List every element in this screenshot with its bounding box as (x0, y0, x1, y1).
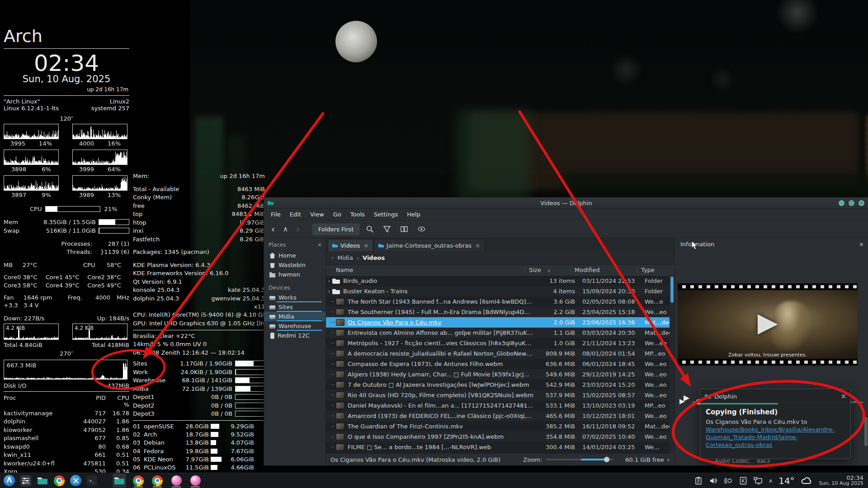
tab-close-icon[interactable]: × (475, 242, 480, 249)
menu-settings[interactable]: Settings (370, 210, 402, 219)
file-row[interactable]: The North Star (1943 Banned f...na Andre… (326, 296, 675, 307)
close-button[interactable]: × (859, 200, 864, 206)
filmstrip-top (678, 283, 858, 290)
file-row[interactable]: Daniel Mayakovski - En el film...an a...… (326, 400, 675, 411)
maximize-button[interactable]: □ (849, 200, 854, 206)
forward-button[interactable]: › (293, 225, 302, 234)
display-tray-icon[interactable] (754, 476, 763, 485)
minimize-button[interactable]: – (839, 200, 844, 206)
file-row[interactable]: Algiers (1938) Hedy Lamarr, Char... □ Fu… (326, 369, 675, 380)
task-chrome[interactable] (132, 474, 145, 488)
up-button[interactable]: ∧ (280, 225, 291, 234)
column-size[interactable]: Size∨ (525, 267, 571, 273)
task-chrome[interactable] (151, 474, 164, 488)
menu-go[interactable]: Go (329, 210, 345, 219)
expander-icon[interactable]: › (326, 288, 332, 295)
tab-bar: Videos×Jaime-Cortesao_outras-obras× (326, 238, 675, 251)
mount-row: Depot30B / 0B (133, 410, 265, 417)
process-pid: 440027 (74, 418, 106, 425)
volume-tray-icon[interactable] (709, 476, 718, 485)
titlebar[interactable]: Videos — Dolphin – □ × (264, 197, 868, 209)
info-panel-scrollbar[interactable] (864, 417, 868, 446)
back-button[interactable]: ‹ (269, 225, 278, 234)
task-media-app[interactable] (189, 474, 202, 488)
menu-file[interactable]: File (267, 210, 285, 219)
column-headers: Name Size∨ Modified Type (326, 265, 675, 276)
place-item-hwmon[interactable]: hwmon (264, 270, 326, 279)
place-item-home[interactable]: Home (264, 251, 326, 260)
distro-row: 04Fedora19.8GiB7.67GiB (133, 448, 265, 455)
folders-first-button[interactable]: Folders First (312, 224, 359, 235)
menu-view[interactable]: View (306, 210, 328, 219)
free-space-chevron-icon[interactable]: ∨ (667, 457, 670, 462)
file-manager-launcher-icon[interactable] (37, 475, 48, 487)
weather-cloud-icon[interactable] (801, 476, 813, 485)
place-item-wastebin[interactable]: Wastebin (264, 260, 326, 270)
play-button-small[interactable]: ▶ (684, 393, 689, 402)
file-row[interactable]: ›Birds_audio13 items03/11/2024 22:53Fold… (326, 276, 675, 286)
file-row[interactable]: The Southerner (1945) – Full M...n-Era D… (326, 307, 675, 317)
system-settings-icon[interactable] (70, 475, 81, 486)
file-list-scrollbar[interactable] (670, 275, 675, 454)
information-close-icon[interactable]: × (859, 241, 864, 248)
menu-tools[interactable]: Tools (346, 210, 369, 219)
notification-popup: Dolphin × Copying (Finished) Os Ciganos … (700, 389, 851, 459)
column-type[interactable]: Type (637, 267, 675, 273)
notification-close-icon[interactable]: × (840, 392, 846, 400)
audio-mixer-icon[interactable] (20, 475, 32, 487)
video-preview-thumbnail[interactable]: ▶ Zobar voltou, trouxe presentes. (678, 283, 858, 366)
chrome-launcher-icon[interactable] (54, 475, 65, 486)
zoom-slider[interactable] (546, 459, 613, 460)
file-row[interactable]: Rio 40 Graus (HD 720p, Filme completo) [… (326, 390, 675, 400)
folder-icon (332, 244, 338, 248)
tray-expand-chevron-icon[interactable]: ∧ (769, 478, 773, 484)
column-name[interactable]: Name (326, 267, 525, 273)
device-item-midia[interactable]: Midia (264, 312, 326, 321)
task-dolphin[interactable] (113, 474, 126, 488)
app-launcher-icon[interactable]: Λ (4, 475, 15, 486)
menu-edit[interactable]: Edit (286, 210, 305, 219)
task-media-app[interactable] (170, 474, 183, 488)
device-item-works[interactable]: Works (264, 293, 326, 302)
split-view-icon[interactable] (397, 223, 411, 235)
places-close-icon[interactable]: × (317, 242, 322, 248)
file-row[interactable]: The Guardian of The Finzi-Continis.mkv38… (326, 421, 675, 432)
keepassxc-tray-icon[interactable]: K (739, 476, 748, 485)
mount-bar (235, 403, 265, 408)
file-row[interactable]: Os Ciganos Vão Para o Céu.mkv2.0 GiB23/0… (326, 317, 675, 328)
file-row[interactable]: FILME □ Se... a bordo...te 1984 [...-NLR… (326, 442, 675, 452)
notification-destination-link[interactable]: Warehouse/Books_inbox/Brasilia/Alexandre… (706, 426, 834, 448)
file-row[interactable]: Metrópolis - 1927 - ficção cientí...vies… (326, 338, 675, 348)
tab-jaime-cortesao-outras-obras[interactable]: Jaime-Cortesao_outras-obras× (374, 239, 485, 251)
tab-videos[interactable]: Videos× (328, 239, 373, 251)
preview-eye-icon[interactable] (415, 223, 428, 235)
file-row[interactable]: Compasso de Espera (1973), de Antunes Fi… (326, 359, 675, 369)
taskbar-clock[interactable]: 02:34 Sun, 10 Aug 2025 (819, 475, 863, 486)
device-item-warehouse[interactable]: Warehouse (264, 321, 326, 331)
device-item-redmi-12c[interactable]: Redmi 12C (264, 331, 326, 340)
process-row: kswapd0800.68 (4, 443, 129, 450)
night-color-tray-icon[interactable] (724, 476, 733, 485)
file-row[interactable]: A democracia resiste_juliaduailibi e Raf… (326, 348, 675, 359)
column-modified[interactable]: Modified (571, 267, 637, 273)
tab-close-icon[interactable]: × (363, 242, 368, 249)
breadcrumb-item[interactable]: Videos (363, 254, 385, 261)
breadcrumb-item[interactable]: Midia (337, 254, 353, 261)
clipboard-tray-icon[interactable] (694, 476, 703, 485)
expander-icon[interactable]: › (326, 278, 332, 284)
file-row[interactable]: O que é Isso Companheiro 1997 [ZIPn2I5-k… (326, 432, 675, 442)
filter-icon[interactable] (380, 223, 394, 235)
file-row[interactable]: Amarcord (1973) de FEDERICO FEL...ine Cl… (326, 411, 675, 421)
menu-help[interactable]: Help (403, 210, 425, 219)
tree-line (330, 301, 335, 302)
file-row[interactable]: ›Buster Keaton - Trains4 items15/09/2024… (326, 286, 675, 296)
file-size: 1.1 GiB (537, 329, 579, 336)
file-row[interactable]: Entrevista com Almino Affonso ab... golp… (326, 328, 675, 338)
device-item-sites[interactable]: Sites (264, 302, 326, 312)
search-icon[interactable] (363, 223, 377, 235)
distro-name: Fedora (144, 448, 181, 455)
weather-temperature[interactable]: 14° (778, 475, 794, 486)
terminal-launcher-icon[interactable]: >_ (86, 475, 97, 486)
file-row[interactable]: 7 de Outubro □ Al Jazeera Investigações … (326, 380, 675, 390)
play-overlay-icon[interactable]: ▶ (678, 307, 858, 338)
